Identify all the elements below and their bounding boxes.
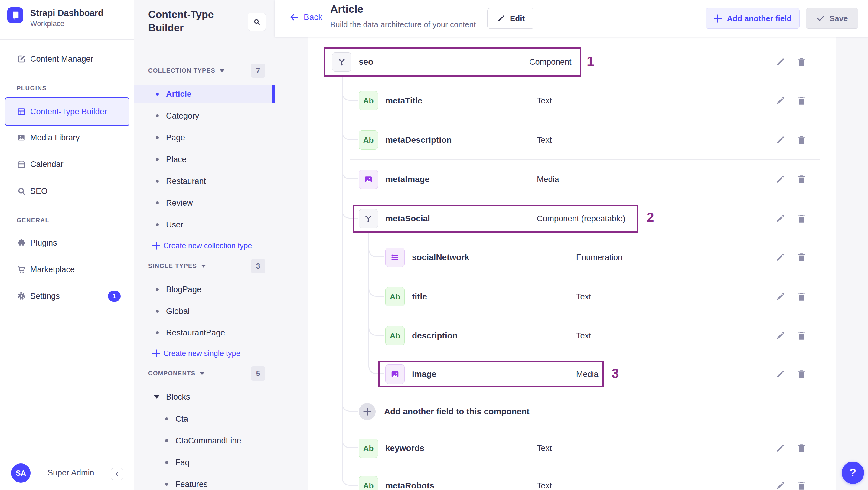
edit-field-button[interactable] <box>775 369 785 379</box>
field-row-image: image Media <box>323 355 821 394</box>
divider <box>0 457 134 457</box>
sidebar-item-content-type-builder[interactable]: Content-Type Builder <box>5 97 129 126</box>
field-row-keywords: Ab keywords Text <box>323 429 821 468</box>
page-title: Article <box>330 3 363 15</box>
sidebar-item-place[interactable]: Place <box>134 151 275 168</box>
bullet-icon <box>156 93 159 96</box>
sidebar-item-blogpage[interactable]: BlogPage <box>134 281 275 298</box>
builder-sidebar: Content-Type Builder COLLECTION TYPES 7 … <box>134 0 275 490</box>
delete-field-button[interactable] <box>796 331 807 341</box>
sidebar-item-page[interactable]: Page <box>134 129 275 146</box>
single-types-header[interactable]: SINGLE TYPES <box>148 259 206 273</box>
delete-field-button[interactable] <box>796 252 807 263</box>
pen-icon <box>17 54 26 64</box>
edit-field-button[interactable] <box>775 96 785 106</box>
bullet-icon <box>156 158 159 161</box>
edit-field-button[interactable] <box>775 443 785 453</box>
chevron-down-icon <box>220 69 224 72</box>
sidebar-item-plugins[interactable]: Plugins <box>0 234 134 252</box>
sidebar-item-restaurant[interactable]: Restaurant <box>134 173 275 190</box>
user-name: Super Admin <box>48 468 94 478</box>
page-subtitle: Build the data architecture of your cont… <box>330 20 476 29</box>
edit-field-button[interactable] <box>775 331 785 341</box>
sidebar-item-restaurantpage[interactable]: RestaurantPage <box>134 324 275 341</box>
edit-field-button[interactable] <box>775 135 785 145</box>
field-row-metatitle: Ab metaTitle Text <box>323 81 821 120</box>
sidebar-item-settings[interactable]: Settings 1 <box>0 287 134 305</box>
delete-field-button[interactable] <box>796 292 807 302</box>
sidebar-item-ctacommandline[interactable]: CtaCommandLine <box>134 432 275 450</box>
collection-types-header[interactable]: COLLECTION TYPES <box>148 63 224 78</box>
bullet-icon <box>156 331 159 334</box>
sidebar-item-category[interactable]: Category <box>134 107 275 125</box>
sidebar-item-features[interactable]: Features <box>134 476 275 490</box>
edit-field-button[interactable] <box>775 214 785 224</box>
delete-field-button[interactable] <box>796 57 807 67</box>
field-row-title: Ab title Text <box>323 277 821 316</box>
edit-field-button[interactable] <box>775 252 785 263</box>
delete-field-button[interactable] <box>796 369 807 379</box>
field-row-metaimage: metaImage Media <box>323 160 821 199</box>
save-button[interactable]: Save <box>806 8 858 29</box>
field-row-socialnetwork: socialNetwork Enumeration <box>323 238 821 277</box>
media-field-icon <box>385 365 405 384</box>
puzzle-icon <box>17 238 26 248</box>
cart-icon <box>17 265 26 274</box>
app-title: Strapi Dashboard <box>30 8 103 18</box>
delete-field-button[interactable] <box>796 96 807 106</box>
sidebar-group-blocks[interactable]: Blocks <box>134 388 275 406</box>
delete-field-button[interactable] <box>796 174 807 184</box>
layout-icon <box>17 107 26 117</box>
edit-field-button[interactable] <box>775 57 785 67</box>
sidebar-item-seo[interactable]: SEO <box>0 182 134 200</box>
sidebar-item-faq[interactable]: Faq <box>134 454 275 471</box>
plus-icon <box>152 242 160 249</box>
plus-circle-icon <box>359 403 376 420</box>
divider <box>0 39 134 40</box>
collapse-sidebar-button[interactable] <box>111 468 123 480</box>
edit-field-button[interactable] <box>775 481 785 490</box>
chevron-down-icon <box>199 372 205 375</box>
components-header[interactable]: COMPONENTS <box>148 366 205 380</box>
delete-field-button[interactable] <box>796 443 807 453</box>
delete-field-button[interactable] <box>796 214 807 224</box>
sidebar-item-calendar[interactable]: Calendar <box>0 155 134 173</box>
chevron-down-icon <box>201 265 206 268</box>
delete-field-button[interactable] <box>796 135 807 145</box>
delete-field-button[interactable] <box>796 481 807 490</box>
field-row-metasocial: metaSocial Component (repeatable) <box>323 199 821 238</box>
sidebar-item-review[interactable]: Review <box>134 194 275 212</box>
single-types-count: 3 <box>251 259 265 273</box>
sidebar-item-user[interactable]: User <box>134 216 275 234</box>
help-button[interactable]: ? <box>842 462 864 484</box>
edit-field-button[interactable] <box>775 174 785 184</box>
add-another-field-button[interactable]: Add another field <box>706 8 800 29</box>
create-collection-type-link[interactable]: Create new collection type <box>134 238 275 253</box>
bullet-icon <box>165 461 168 464</box>
back-link[interactable]: Back <box>289 12 322 22</box>
edit-button[interactable]: Edit <box>487 8 534 29</box>
sidebar-item-cta[interactable]: Cta <box>134 410 275 428</box>
sidebar-item-article[interactable]: Article <box>134 85 275 103</box>
sidebar-item-global[interactable]: Global <box>134 303 275 320</box>
sidebar-item-marketplace[interactable]: Marketplace <box>0 261 134 279</box>
component-field-icon <box>332 52 351 72</box>
create-single-type-link[interactable]: Create new single type <box>134 345 275 361</box>
bullet-icon <box>165 439 168 442</box>
pencil-icon <box>497 14 505 23</box>
add-field-to-component-button[interactable]: Add another field to this component <box>323 392 821 431</box>
bullet-icon <box>156 310 159 313</box>
media-field-icon <box>359 170 378 189</box>
sidebar-item-media-library[interactable]: Media Library <box>0 128 134 147</box>
edit-field-button[interactable] <box>775 292 785 302</box>
main-sidebar: Strapi Dashboard Workplace Content Manag… <box>0 0 134 490</box>
arrow-left-icon <box>289 12 300 22</box>
avatar[interactable]: SA <box>11 463 31 483</box>
text-field-icon: Ab <box>359 130 378 150</box>
search-button[interactable] <box>248 13 266 31</box>
annotation-number-2: 2 <box>647 210 654 225</box>
settings-badge: 1 <box>108 291 121 302</box>
sidebar-item-content-manager[interactable]: Content Manager <box>0 50 134 68</box>
strapi-logo-icon[interactable] <box>7 7 23 23</box>
search-icon <box>17 186 26 196</box>
